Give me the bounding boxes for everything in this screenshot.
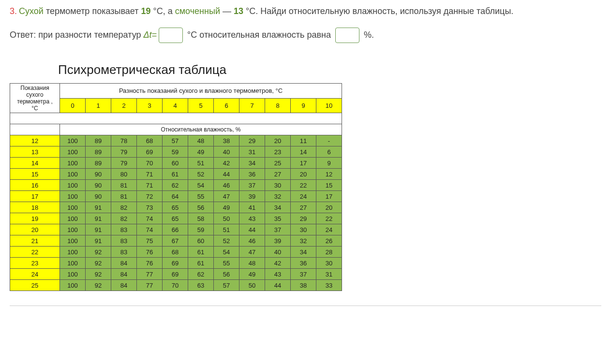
humidity-cell: 30 xyxy=(265,180,291,191)
humidity-cell: 74 xyxy=(137,213,163,224)
humidity-cell: 73 xyxy=(137,202,163,213)
humidity-cell: 60 xyxy=(188,235,214,247)
humidity-cell: 51 xyxy=(188,158,214,169)
humidity-cell: 76 xyxy=(137,247,163,258)
humidity-cell: 90 xyxy=(86,180,111,191)
humidity-cell: 61 xyxy=(188,247,214,258)
humidity-cell: 100 xyxy=(60,280,86,291)
humidity-cell: 50 xyxy=(239,280,265,291)
humidity-cell: 100 xyxy=(60,247,86,258)
humidity-cell: 92 xyxy=(86,269,111,280)
humidity-cell: 100 xyxy=(60,224,86,235)
humidity-cell: 35 xyxy=(265,213,291,224)
q-text-4: °C. Найди относительную влажность, испол… xyxy=(243,6,513,16)
humidity-cell: 14 xyxy=(291,146,316,158)
humidity-input[interactable] xyxy=(335,28,359,43)
row-temp: 18 xyxy=(10,202,60,213)
row-temp: 14 xyxy=(10,158,60,169)
table-row: 1710090817264554739322417 xyxy=(10,191,342,202)
humidity-cell: 46 xyxy=(239,235,265,247)
humidity-cell: 59 xyxy=(163,146,188,158)
table-row: 1910091827465585043352922 xyxy=(10,213,342,224)
humidity-cell: 79 xyxy=(111,158,137,169)
table-row: 131008979695949403123146 xyxy=(10,146,342,158)
humidity-cell: 49 xyxy=(214,202,239,213)
humidity-cell: 31 xyxy=(316,269,342,280)
humidity-cell: 91 xyxy=(86,235,111,247)
humidity-cell: 27 xyxy=(265,169,291,180)
humidity-cell: 42 xyxy=(214,158,239,169)
row-temp: 13 xyxy=(10,146,60,158)
table-row: 1610090817162544637302215 xyxy=(10,180,342,191)
humidity-cell: 38 xyxy=(291,280,316,291)
answer-suffix: %. xyxy=(361,30,374,40)
humidity-cell: 100 xyxy=(60,235,86,247)
humidity-cell: 57 xyxy=(163,135,188,146)
humidity-cell: 84 xyxy=(111,269,137,280)
humidity-cell: 79 xyxy=(111,146,137,158)
humidity-cell: 60 xyxy=(163,158,188,169)
psychrometric-table: Показания сухого термометра , °C Разност… xyxy=(10,83,342,291)
humidity-cell: 91 xyxy=(86,202,111,213)
humidity-cell: 69 xyxy=(163,269,188,280)
delta-label: Δt= xyxy=(143,30,157,40)
col-num: 0 xyxy=(60,98,86,113)
humidity-cell: 84 xyxy=(111,280,137,291)
humidity-cell: 90 xyxy=(86,169,111,180)
humidity-cell: 71 xyxy=(137,180,163,191)
humidity-cell: 44 xyxy=(239,224,265,235)
humidity-cell: 22 xyxy=(291,180,316,191)
q-text-2: °C, а xyxy=(150,6,175,16)
table-row: 2310092847669615548423630 xyxy=(10,258,342,269)
humidity-cell: 100 xyxy=(60,158,86,169)
humidity-cell: - xyxy=(316,135,342,146)
row-temp: 25 xyxy=(10,280,60,291)
humidity-cell: 100 xyxy=(60,269,86,280)
humidity-cell: 82 xyxy=(111,202,137,213)
humidity-cell: 69 xyxy=(137,146,163,158)
table-row: 12100897868574838292011- xyxy=(10,135,342,146)
answer-mid: °C относительная влажность равна xyxy=(185,30,333,40)
humidity-cell: 83 xyxy=(111,224,137,235)
humidity-cell: 12 xyxy=(316,169,342,180)
table-row: 141008979706051423425179 xyxy=(10,158,342,169)
humidity-cell: 82 xyxy=(111,213,137,224)
humidity-cell: 77 xyxy=(137,269,163,280)
divider xyxy=(10,113,342,124)
col-header-label: Разность показаний сухого и влажного тер… xyxy=(60,84,342,99)
humidity-cell: 48 xyxy=(239,258,265,269)
col-num: 5 xyxy=(188,98,214,113)
col-num: 6 xyxy=(214,98,239,113)
humidity-cell: 32 xyxy=(291,235,316,247)
humidity-cell: 61 xyxy=(163,169,188,180)
humidity-cell: 22 xyxy=(316,213,342,224)
humidity-cell: 68 xyxy=(137,135,163,146)
humidity-cell: 51 xyxy=(214,224,239,235)
humidity-cell: 40 xyxy=(214,146,239,158)
humidity-cell: 25 xyxy=(265,158,291,169)
table-row: 2010091837466595144373024 xyxy=(10,224,342,235)
humidity-cell: 39 xyxy=(239,191,265,202)
question-number: 3. xyxy=(10,6,17,16)
humidity-cell: 49 xyxy=(239,269,265,280)
delta-t-input[interactable] xyxy=(159,28,183,43)
row-temp: 20 xyxy=(10,224,60,235)
humidity-cell: 11 xyxy=(291,135,316,146)
humidity-cell: 81 xyxy=(111,191,137,202)
humidity-cell: 26 xyxy=(316,235,342,247)
humidity-cell: 34 xyxy=(265,202,291,213)
humidity-cell: 55 xyxy=(188,191,214,202)
humidity-cell: 100 xyxy=(60,258,86,269)
humidity-cell: 32 xyxy=(265,191,291,202)
humidity-cell: 20 xyxy=(316,202,342,213)
humidity-cell: 75 xyxy=(137,235,163,247)
answer-line: Ответ: при разности температур Δt= °C от… xyxy=(10,28,601,43)
humidity-cell: 78 xyxy=(111,135,137,146)
table-row: 2110091837567605246393226 xyxy=(10,235,342,247)
row-header-label: Показания сухого термометра , °C xyxy=(10,84,60,113)
humidity-cell: 49 xyxy=(188,146,214,158)
humidity-cell: 15 xyxy=(316,180,342,191)
humidity-cell: 44 xyxy=(214,169,239,180)
humidity-cell: 48 xyxy=(188,135,214,146)
humidity-cell: 100 xyxy=(60,213,86,224)
